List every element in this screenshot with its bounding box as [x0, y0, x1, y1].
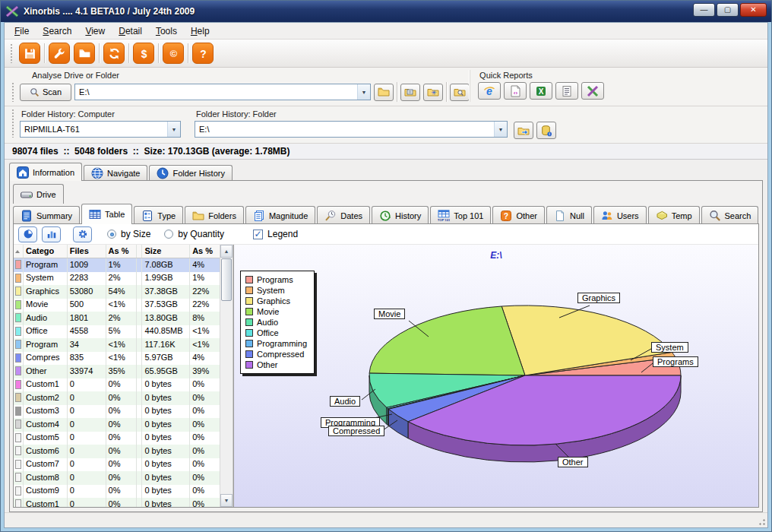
cell: 0 bytes [142, 418, 190, 432]
pie-chart-panel: E:\ ProgramsSystemGraphicsMovieAudioOffi… [233, 245, 758, 507]
analyse-panel: Analyse Drive or Folder Scan E:\ ▼ [5, 68, 767, 106]
column-header-as[interactable]: As % [106, 245, 138, 258]
legend-checkbox[interactable]: ✓ [253, 230, 263, 239]
subtab-search[interactable]: Search [701, 206, 759, 224]
table-row[interactable]: Office45585%440.85MB<1% [14, 325, 220, 339]
table-row[interactable]: Custom600%0 bytes0% [14, 445, 220, 458]
table-row[interactable]: Custom100%0 bytes0% [14, 378, 220, 392]
menu-file[interactable]: File [8, 24, 36, 39]
subtab-table[interactable]: Table [81, 204, 132, 224]
subtab-history[interactable]: History [372, 206, 429, 224]
license-button[interactable]: © [163, 43, 184, 64]
radio-by-quantity[interactable] [164, 230, 173, 239]
menu-view[interactable]: View [78, 24, 112, 39]
resize-grip[interactable] [756, 516, 766, 526]
table-row[interactable]: System22832%1.99GB1% [14, 272, 220, 286]
table-row[interactable]: Custom700%0 bytes0% [14, 458, 220, 472]
report-text-button[interactable] [555, 82, 578, 100]
tools-button[interactable] [49, 43, 70, 64]
bar-chart-button[interactable] [42, 226, 61, 242]
table-row[interactable]: Movie500<1%37.53GB22% [14, 299, 220, 312]
help-button[interactable]: ? [192, 43, 214, 64]
menu-help[interactable]: Help [184, 24, 217, 39]
column-header-as[interactable]: As % [190, 245, 220, 258]
table-row[interactable]: Custom300%0 bytes0% [14, 405, 220, 419]
report-html-button[interactable]: e [478, 82, 501, 100]
subtab-magnitude[interactable]: Magnitude [245, 206, 315, 224]
settings-button[interactable] [73, 226, 92, 242]
cell: 0 [68, 378, 106, 392]
cell: Program [24, 338, 68, 352]
radio-by-size[interactable] [107, 230, 116, 239]
chevron-down-icon[interactable]: ▼ [494, 122, 507, 137]
folder-go-button[interactable] [514, 122, 533, 139]
maximize-button[interactable]: ▢ [717, 3, 739, 17]
donate-button[interactable]: $ [133, 43, 154, 64]
menu-tools[interactable]: Tools [149, 24, 184, 39]
report-xinorbis-button[interactable] [581, 82, 604, 100]
tab-navigate[interactable]: Navigate [84, 165, 147, 181]
chevron-down-icon[interactable]: ▼ [357, 84, 370, 100]
tab-drive[interactable]: Drive [13, 184, 64, 204]
scrollbar-thumb[interactable] [221, 258, 232, 301]
scan-path-combo[interactable]: E:\ ▼ [74, 84, 371, 100]
cell: 1% [190, 272, 220, 286]
table-row[interactable]: Custom900%0 bytes0% [14, 485, 220, 499]
scan-button[interactable]: Scan [20, 84, 71, 101]
close-button[interactable]: ✕ [740, 3, 767, 17]
column-header-size[interactable]: Size [142, 245, 190, 258]
table-row[interactable]: Custom500%0 bytes0% [14, 432, 220, 445]
table-scrollbar[interactable]: ▲ ▼ [220, 245, 233, 507]
open-folder-button[interactable] [74, 43, 95, 64]
subtab-null[interactable]: Null [546, 206, 592, 224]
refresh-button[interactable] [103, 43, 125, 64]
table-row[interactable]: Custom100%0 bytes0% [14, 498, 220, 507]
cell: 0 [68, 471, 106, 485]
column-header-files[interactable]: Files [68, 245, 106, 258]
subtab-summary[interactable]: Summary [13, 206, 80, 224]
folder-new-button[interactable]: ✳ [423, 84, 443, 101]
subtab-top-101[interactable]: TOP 101Top 101 [430, 206, 491, 224]
folder-report-button[interactable] [400, 84, 420, 101]
tab-information[interactable]: Information [9, 163, 82, 181]
table-row[interactable]: Compres835<1%5.97GB4% [14, 352, 220, 366]
history-folder-combo[interactable]: E:\ ▼ [195, 121, 508, 138]
tab-folder-history[interactable]: Folder History [149, 165, 232, 181]
save-button[interactable] [19, 43, 40, 64]
table-row[interactable]: Custom400%0 bytes0% [14, 418, 220, 432]
legend-swatch [245, 350, 253, 358]
table-row[interactable]: Program34<1%117.16K<1% [14, 338, 220, 352]
report-xml-button[interactable]: ‹› [504, 82, 527, 100]
sub-tabs: SummaryTableTypeFoldersMagnitudeDatesHis… [13, 204, 759, 224]
column-gap [137, 272, 142, 286]
subtab-users[interactable]: Users [593, 206, 647, 224]
scroll-down-arrow[interactable]: ▼ [220, 494, 233, 507]
history-computer-combo[interactable]: RIPMILLA-T61 ▼ [20, 121, 181, 138]
svg-text:i: i [549, 132, 550, 136]
table-row[interactable]: Program10091%7.08GB4% [14, 258, 220, 272]
browse-folder-button[interactable] [374, 84, 394, 101]
report-excel-button[interactable]: X [530, 82, 552, 100]
subtab-temp[interactable]: Temp [648, 206, 700, 224]
subtab-folders[interactable]: Folders [185, 206, 244, 224]
table-row[interactable]: Custom200%0 bytes0% [14, 391, 220, 405]
menu-search[interactable]: Search [36, 24, 78, 39]
subtab-type[interactable]: Type [134, 206, 183, 224]
table-row[interactable]: Graphics5308054%37.38GB22% [14, 285, 220, 299]
chevron-down-icon[interactable]: ▼ [167, 122, 180, 137]
folder-find-button[interactable] [450, 84, 470, 101]
column-header-swatch[interactable] [14, 245, 24, 258]
table-row[interactable]: Custom800%0 bytes0% [14, 471, 220, 485]
subtab-other[interactable]: ?Other [492, 206, 545, 224]
database-info-button[interactable]: i [536, 122, 556, 139]
cell: 0% [190, 485, 220, 499]
menu-detail[interactable]: Detail [112, 24, 149, 39]
category-color-cell [14, 365, 24, 378]
subtab-dates[interactable]: Dates [317, 206, 370, 224]
column-header-catego[interactable]: Catego [24, 245, 68, 258]
scroll-up-arrow[interactable]: ▲ [220, 245, 233, 258]
minimize-button[interactable]: — [693, 3, 715, 17]
table-row[interactable]: Audio18012%13.80GB8% [14, 312, 220, 325]
table-row[interactable]: Other3397435%65.95GB39% [14, 365, 220, 378]
pie-chart-button[interactable] [18, 226, 37, 242]
